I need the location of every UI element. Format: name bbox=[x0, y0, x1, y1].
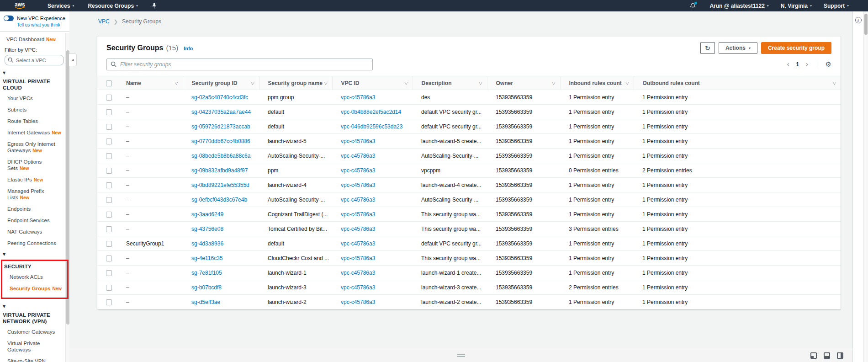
nav-resource-groups-menu[interactable]: Resource Groups ▾ bbox=[88, 3, 138, 9]
sidebar-item[interactable]: Route Tables bbox=[7, 118, 63, 125]
table-row[interactable]: – sg-43756e08 Tomcat Certified by Bit...… bbox=[97, 222, 841, 236]
sidebar-scrollbar[interactable] bbox=[65, 33, 69, 362]
table-row[interactable]: – sg-059726d21873accab default vpc-046db… bbox=[97, 119, 841, 134]
sidebar-item[interactable]: Customer Gateways bbox=[7, 329, 63, 335]
row-checkbox[interactable] bbox=[106, 226, 112, 232]
security-group-id-link[interactable]: sg-b07bcdf8 bbox=[191, 284, 222, 291]
window-scrollbar-thumb[interactable] bbox=[864, 14, 868, 35]
row-checkbox[interactable] bbox=[106, 124, 112, 130]
security-group-id-link[interactable]: sg-04237035a2aa7ae44 bbox=[191, 109, 251, 115]
table-row[interactable]: – sg-3aad6249 Cognizant TrailDigest (...… bbox=[97, 207, 841, 222]
split-panel-drag-handle[interactable] bbox=[457, 353, 465, 358]
column-header[interactable]: Owner ▽ bbox=[487, 76, 560, 90]
vpc-id-link[interactable]: vpc-c45786a3 bbox=[341, 167, 375, 174]
pin-shortcut-icon[interactable] bbox=[152, 3, 157, 9]
vpc-id-link[interactable]: vpc-c45786a3 bbox=[341, 182, 375, 188]
sidebar-item[interactable]: Peering Connections bbox=[7, 240, 63, 247]
column-filter-icon[interactable]: ▽ bbox=[175, 81, 178, 85]
sidebar-item[interactable]: Endpoint Services bbox=[7, 217, 63, 224]
vpc-id-link[interactable]: vpc-c45786a3 bbox=[341, 94, 375, 101]
security-group-id-link[interactable]: sg-4e116c35 bbox=[191, 255, 223, 261]
sidebar-item[interactable]: Endpoints bbox=[7, 206, 63, 213]
column-filter-icon[interactable]: ▽ bbox=[626, 81, 629, 85]
sidebar-item[interactable]: NAT Gateways bbox=[7, 229, 63, 235]
column-filter-icon[interactable]: ▽ bbox=[405, 81, 408, 85]
column-header[interactable]: VPC ID ▽ bbox=[332, 76, 413, 90]
vpc-id-link[interactable]: vpc-c45786a3 bbox=[341, 211, 375, 218]
split-panel-side-icon[interactable] bbox=[837, 352, 843, 359]
row-checkbox[interactable] bbox=[106, 153, 112, 159]
vpc-id-link[interactable]: vpc-c45786a3 bbox=[341, 255, 375, 261]
column-filter-icon[interactable]: ▽ bbox=[833, 81, 836, 85]
row-checkbox[interactable] bbox=[106, 270, 112, 276]
row-checkbox[interactable] bbox=[106, 197, 112, 203]
nav-region-menu[interactable]: N. Virginia ▾ bbox=[781, 3, 812, 9]
security-group-id-link[interactable]: sg-d5eff3ae bbox=[191, 299, 220, 305]
select-all-checkbox[interactable] bbox=[106, 80, 112, 86]
table-row[interactable]: – sg-09b832afbd9a48f97 ppm vpc-c45786a3 … bbox=[97, 163, 841, 178]
vpc-id-link[interactable]: vpc-046db92596c53da23 bbox=[341, 123, 402, 130]
notifications-bell-icon[interactable] bbox=[690, 3, 696, 9]
security-group-id-link[interactable]: sg-059726d21873accab bbox=[191, 123, 250, 130]
filter-security-groups-input[interactable] bbox=[106, 59, 373, 70]
sidebar-item[interactable]: DHCP Options SetsNew bbox=[7, 159, 63, 172]
column-filter-icon[interactable]: ▽ bbox=[552, 81, 556, 85]
security-group-id-link[interactable]: sg-09b832afbd9a48f97 bbox=[191, 167, 248, 174]
section-collapse-icon[interactable]: ▼ bbox=[3, 71, 63, 75]
column-header[interactable]: Name ▽ bbox=[117, 76, 183, 90]
vpc-id-link[interactable]: vpc-c45786a3 bbox=[341, 240, 375, 247]
nav-services-menu[interactable]: Services ▾ bbox=[48, 3, 74, 9]
feedback-link[interactable]: Tell us what you think bbox=[17, 22, 66, 27]
vpc-id-link[interactable]: vpc-c45786a3 bbox=[341, 197, 375, 203]
refresh-button[interactable]: ↻ bbox=[700, 42, 715, 54]
sidebar-item[interactable]: Managed Prefix ListsNew bbox=[7, 188, 63, 201]
column-header[interactable]: Inbound rules count ▽ bbox=[560, 76, 634, 90]
settings-gear-icon[interactable]: ⚙ bbox=[826, 60, 831, 69]
vpc-id-link[interactable]: vpc-0b4b88e2ef5ac2d14 bbox=[341, 109, 401, 115]
column-header[interactable]: Security group ID ▽ bbox=[183, 76, 259, 90]
previous-page-button[interactable]: ‹ bbox=[787, 61, 789, 68]
sidebar-item[interactable]: Egress Only Internet GatewaysNew bbox=[7, 141, 63, 154]
column-filter-icon[interactable]: ▽ bbox=[479, 81, 482, 85]
info-link[interactable]: Info bbox=[184, 46, 193, 51]
row-checkbox[interactable] bbox=[106, 182, 112, 188]
vpc-id-link[interactable]: vpc-c45786a3 bbox=[341, 284, 375, 291]
new-experience-toggle[interactable] bbox=[4, 16, 14, 21]
security-group-id-link[interactable]: sg-0770ddb67cc4b0886 bbox=[191, 138, 250, 144]
sidebar-item[interactable]: Elastic IPsNew bbox=[7, 176, 63, 183]
info-icon[interactable]: i bbox=[855, 17, 862, 23]
split-panel-bottom-icon[interactable] bbox=[824, 352, 830, 359]
section-collapse-icon[interactable]: ▼ bbox=[3, 252, 63, 256]
vpc-id-link[interactable]: vpc-c45786a3 bbox=[341, 270, 375, 276]
table-row[interactable]: – sg-7e81f105 launch-wizard-1 vpc-c45786… bbox=[97, 266, 841, 280]
row-checkbox[interactable] bbox=[106, 168, 112, 174]
table-row[interactable]: – sg-0efbcf043d3c67e4b AutoScaling-Secur… bbox=[97, 192, 841, 207]
vpc-id-link[interactable]: vpc-c45786a3 bbox=[341, 138, 375, 144]
row-checkbox[interactable] bbox=[106, 299, 112, 305]
table-row[interactable]: – sg-0770ddb67cc4b0886 launch-wizard-5 v… bbox=[97, 134, 841, 149]
table-row[interactable]: – sg-02a5c40740c4cd3fc ppm group vpc-c45… bbox=[97, 90, 841, 105]
vpc-id-link[interactable]: vpc-c45786a3 bbox=[341, 153, 375, 159]
row-checkbox[interactable] bbox=[106, 256, 112, 261]
column-filter-icon[interactable]: ▽ bbox=[251, 81, 254, 85]
table-row[interactable]: – sg-4e116c35 CloudCheckr Cost and ... v… bbox=[97, 251, 841, 266]
column-filter-icon[interactable]: ▽ bbox=[324, 81, 328, 85]
section-collapse-icon[interactable]: ▼ bbox=[3, 304, 63, 309]
sidebar-item[interactable]: Subnets bbox=[7, 106, 63, 113]
row-checkbox[interactable] bbox=[106, 241, 112, 247]
sidebar-collapse-toggle[interactable]: ◂ bbox=[69, 53, 77, 66]
sidebar-item[interactable]: Site-to-Site VPN bbox=[7, 358, 63, 362]
column-header[interactable]: Description ▽ bbox=[413, 76, 487, 90]
table-row[interactable]: – sg-04237035a2aa7ae44 default vpc-0b4b8… bbox=[97, 105, 841, 119]
row-checkbox[interactable] bbox=[106, 109, 112, 115]
column-header[interactable]: Security group name ▽ bbox=[259, 76, 332, 90]
split-panel-bottom-right-icon[interactable] bbox=[810, 352, 817, 359]
create-security-group-button[interactable]: Create security group bbox=[761, 42, 831, 54]
security-group-id-link[interactable]: sg-0efbcf043d3c67e4b bbox=[191, 197, 247, 203]
actions-button[interactable]: Actions ▾ bbox=[719, 42, 757, 54]
next-page-button[interactable]: › bbox=[805, 61, 808, 68]
table-row[interactable]: – sg-d5eff3ae launch-wizard-2 vpc-c45786… bbox=[97, 295, 841, 309]
sidebar-item[interactable]: Security GroupsNew bbox=[10, 285, 65, 292]
sidebar-item[interactable]: Your VPCs bbox=[7, 95, 63, 102]
select-vpc-input[interactable] bbox=[5, 55, 64, 65]
